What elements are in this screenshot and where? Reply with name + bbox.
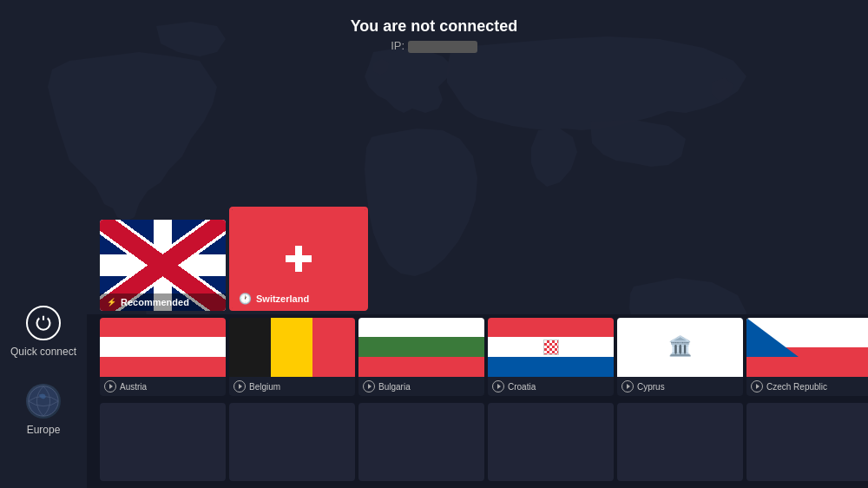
globe-icon bbox=[27, 385, 60, 418]
partial-card-1[interactable] bbox=[100, 403, 226, 481]
country-grid-wrapper: Austria Belgium Bulgaria bbox=[87, 314, 868, 488]
czech-card[interactable]: Czech Republic bbox=[746, 318, 868, 396]
croatia-checker bbox=[543, 340, 559, 355]
austria-play-icon bbox=[104, 380, 116, 392]
cyprus-emblem: 🏛️ bbox=[668, 335, 692, 358]
czech-play-icon bbox=[751, 380, 763, 392]
croatia-play-icon bbox=[492, 380, 504, 392]
bulgaria-card[interactable]: Bulgaria bbox=[358, 318, 484, 396]
header: You are not connected IP: bbox=[0, 17, 868, 53]
connection-status: You are not connected bbox=[0, 17, 868, 36]
croatia-flag bbox=[488, 318, 614, 377]
partial-card-3[interactable] bbox=[358, 403, 484, 481]
europe-label: Europe bbox=[27, 424, 61, 436]
ip-blur bbox=[408, 41, 477, 53]
svg-point-0 bbox=[29, 386, 58, 416]
cyprus-card[interactable]: 🏛️ Cyprus bbox=[617, 318, 743, 396]
europe-globe[interactable] bbox=[26, 384, 61, 419]
power-icon bbox=[35, 314, 52, 332]
quick-connect-label: Quick connect bbox=[10, 346, 76, 358]
croatia-label: Croatia bbox=[488, 377, 614, 396]
austria-card[interactable]: Austria bbox=[100, 318, 226, 396]
ip-address: IP: bbox=[0, 39, 868, 53]
sidebar: Quick connect Europe bbox=[0, 0, 87, 488]
belgium-card[interactable]: Belgium bbox=[229, 318, 355, 396]
swiss-cross bbox=[286, 246, 312, 272]
partial-card-2[interactable] bbox=[229, 403, 355, 481]
lightning-icon: ⚡ bbox=[107, 298, 116, 307]
belgium-play-icon bbox=[233, 380, 246, 392]
czech-label: Czech Republic bbox=[746, 377, 868, 396]
partial-card-5[interactable] bbox=[617, 403, 743, 481]
partial-card-4[interactable] bbox=[488, 403, 614, 481]
featured-row: ⚡ Recommended 🕐 Switzerland bbox=[87, 207, 868, 311]
bottom-panel: ⚡ Recommended 🕐 Switzerland Austria bbox=[87, 207, 868, 488]
bulgaria-label: Bulgaria bbox=[358, 377, 484, 396]
cyprus-play-icon bbox=[621, 380, 634, 392]
cyprus-label: Cyprus bbox=[617, 377, 743, 396]
belgium-label: Belgium bbox=[229, 377, 355, 396]
austria-flag bbox=[100, 318, 226, 377]
bulgaria-play-icon bbox=[363, 380, 375, 392]
czech-flag bbox=[746, 318, 868, 377]
partial-card-6[interactable] bbox=[746, 403, 868, 481]
country-grid-row2 bbox=[87, 399, 868, 486]
switzerland-label: 🕐 Switzerland bbox=[232, 289, 365, 308]
cyprus-flag: 🏛️ bbox=[617, 318, 743, 377]
power-button[interactable] bbox=[26, 306, 61, 340]
clock-icon: 🕐 bbox=[239, 293, 252, 305]
bulgaria-flag bbox=[358, 318, 484, 377]
recommended-card[interactable]: ⚡ Recommended bbox=[100, 220, 226, 311]
recommended-label: ⚡ Recommended bbox=[100, 293, 226, 311]
country-grid-row1: Austria Belgium Bulgaria bbox=[87, 314, 868, 399]
croatia-card[interactable]: Croatia bbox=[488, 318, 614, 396]
belgium-flag bbox=[229, 318, 355, 377]
czech-triangle bbox=[746, 318, 799, 357]
austria-label: Austria bbox=[100, 377, 226, 396]
selected-country-card[interactable]: 🕐 Switzerland bbox=[229, 207, 368, 311]
